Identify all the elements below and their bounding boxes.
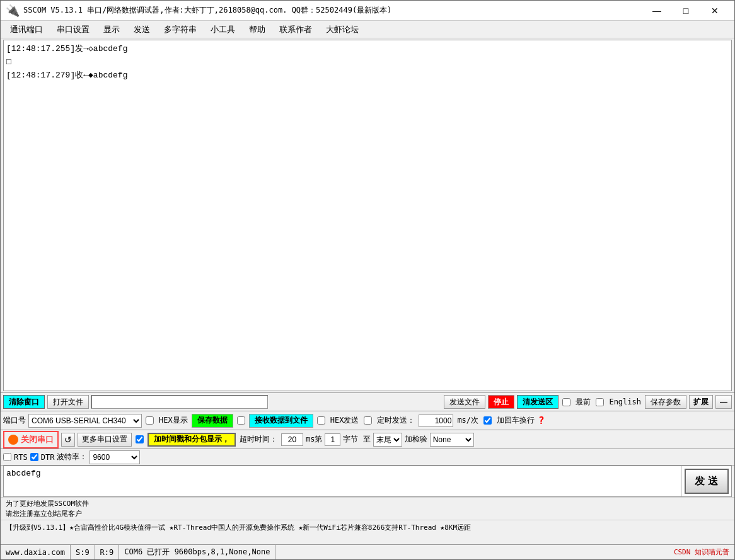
- port-label: 端口号: [3, 415, 26, 426]
- byte-label: 字节 至: [343, 434, 370, 445]
- recv-file-button[interactable]: 接收数据到文件: [249, 414, 313, 428]
- close-port-button[interactable]: 关闭串口: [3, 431, 59, 449]
- app-icon: 🔌: [6, 4, 20, 17]
- more-port-settings-button[interactable]: 更多串口设置: [78, 433, 132, 447]
- send-button[interactable]: 发 送: [685, 469, 729, 494]
- status-website: www.daxia.com: [1, 545, 71, 559]
- expand-minus-button[interactable]: —: [715, 395, 732, 409]
- timeout-label: 超时时间：: [240, 434, 277, 445]
- checksum-select[interactable]: None: [430, 433, 474, 447]
- english-label: English: [609, 397, 641, 406]
- s-value: 9: [84, 548, 89, 557]
- menu-forum[interactable]: 大虾论坛: [319, 21, 366, 38]
- hex-display-checkbox[interactable]: [146, 416, 154, 425]
- add-crlf-checkbox[interactable]: [483, 416, 492, 425]
- port-select[interactable]: COM6 USB-SERIAL CH340: [28, 414, 142, 428]
- warning-icon: ?: [538, 414, 545, 426]
- menu-communications[interactable]: 通讯端口: [3, 21, 50, 38]
- menu-help[interactable]: 帮助: [242, 21, 272, 38]
- maximize-button[interactable]: □: [671, 1, 700, 20]
- send-input[interactable]: abcdefg: [4, 466, 681, 496]
- add-crlf-label: 加回车换行: [497, 415, 535, 426]
- clear-window-button[interactable]: 清除窗口: [3, 395, 45, 409]
- menu-display[interactable]: 显示: [96, 21, 127, 38]
- checksum-label: 加检验: [405, 434, 427, 445]
- clear-send-area-button[interactable]: 清发送区: [517, 395, 558, 409]
- send-area: abcdefg 发 送: [3, 466, 732, 497]
- app-window: 🔌 SSCOM V5.13.1 串口/网络数据调试器,作者:大虾丁丁,26180…: [0, 0, 735, 560]
- send-file-button[interactable]: 发送文件: [444, 395, 485, 409]
- status-port-info: COM6 已打开 9600bps,8,1,None,None: [119, 545, 275, 559]
- website-label: www.daxia.com: [6, 548, 65, 557]
- hex-send-label: HEX发送: [330, 415, 359, 426]
- toolbar-row4: RTS DTR 波特率： 9600: [1, 449, 734, 466]
- hex-send-checkbox[interactable]: [317, 416, 325, 425]
- status-r: R: 9: [95, 545, 120, 559]
- open-file-button[interactable]: 打开文件: [47, 395, 89, 409]
- send-button-area: 发 送: [681, 466, 731, 496]
- dtr-checkbox[interactable]: [30, 453, 38, 461]
- title-text: SSCOM V5.13.1 串口/网络数据调试器,作者:大虾丁丁,2618058…: [23, 5, 642, 16]
- hex-display-label: HEX显示: [159, 415, 188, 426]
- dtr-label: DTR: [41, 453, 55, 462]
- timestamp-button[interactable]: 加时间戳和分包显示，: [148, 433, 236, 447]
- status-bar: www.daxia.com S: 9 R: 9 COM6 已打开 9600bps…: [1, 544, 734, 559]
- menu-contact[interactable]: 联系作者: [272, 21, 319, 38]
- toolbar-row2: 端口号 COM6 USB-SERIAL CH340 HEX显示 保存数据 接收数…: [1, 411, 734, 430]
- english-checkbox[interactable]: [596, 398, 604, 406]
- s-label: S:: [76, 548, 84, 557]
- byte-num-input[interactable]: [325, 433, 340, 446]
- timed-send-label: 定时发送：: [377, 415, 415, 426]
- csdn-logo: CSDN 知识喵元普: [674, 547, 734, 557]
- promo-text: 为了更好地发展SSCOM软件 请您注册嘉立创结尾客户: [6, 499, 89, 518]
- menu-serial-settings[interactable]: 串口设置: [50, 21, 96, 38]
- menu-bar: 通讯端口 串口设置 显示 发送 多字符串 小工具 帮助 联系作者 大虾论坛: [1, 21, 734, 38]
- ticker-text: 【升级到V5.13.1】★合宙高性价比4G模块值得一试 ★RT-Thread中国…: [6, 523, 471, 532]
- port-info-text: COM6 已打开 9600bps,8,1,None,None: [124, 547, 270, 557]
- save-data-button[interactable]: 保存数据: [192, 414, 233, 428]
- promo-area: 为了更好地发展SSCOM软件 请您注册嘉立创结尾客户: [1, 497, 734, 520]
- menu-multi-string[interactable]: 多字符串: [157, 21, 204, 38]
- r-value: 9: [109, 548, 113, 557]
- last-label: 最前: [576, 397, 591, 408]
- baud-rate-label: 波特率：: [57, 452, 87, 462]
- last-checkbox[interactable]: [562, 398, 570, 406]
- rts-checkbox[interactable]: [3, 453, 11, 461]
- r-label: R:: [100, 548, 109, 557]
- save-params-button[interactable]: 保存参数: [645, 395, 686, 409]
- log-line-empty: □: [6, 56, 729, 69]
- open-file-input[interactable]: [91, 395, 268, 409]
- timed-send-ms-input[interactable]: [419, 414, 453, 427]
- main-log-area[interactable]: [12:48:17.255]发→◇abcdefg □ [12:48:17.279…: [3, 40, 732, 391]
- menu-tools[interactable]: 小工具: [204, 21, 242, 38]
- tail-select[interactable]: 末尾: [373, 433, 402, 447]
- window-controls: — □ ✕: [642, 1, 729, 20]
- recv-file-checkbox[interactable]: [237, 416, 245, 425]
- status-s: S: 9: [71, 545, 95, 559]
- refresh-port-button[interactable]: ↺: [61, 433, 75, 447]
- port-status-icon: [8, 435, 18, 445]
- ms-unit-label: ms/次: [457, 415, 478, 426]
- ticker-area: 【升级到V5.13.1】★合宙高性价比4G模块值得一试 ★RT-Thread中国…: [1, 520, 734, 535]
- csdn-text: CSDN 知识喵元普: [674, 548, 729, 556]
- log-line-send: [12:48:17.255]发→◇abcdefg: [6, 43, 729, 56]
- close-port-label: 关闭串口: [21, 434, 54, 445]
- close-button[interactable]: ✕: [700, 1, 729, 20]
- ms-label: ms第: [306, 434, 322, 445]
- expand-button[interactable]: 扩展: [689, 395, 713, 409]
- minimize-button[interactable]: —: [642, 1, 671, 20]
- rts-label: RTS: [14, 453, 28, 462]
- menu-send[interactable]: 发送: [127, 21, 157, 38]
- baud-rate-select[interactable]: 9600: [90, 450, 140, 464]
- log-line-recv: [12:48:17.279]收←◆abcdefg: [6, 69, 729, 83]
- timestamp-checkbox[interactable]: [136, 435, 144, 443]
- timed-send-checkbox[interactable]: [364, 416, 372, 425]
- stop-button[interactable]: 停止: [488, 395, 514, 409]
- title-bar: 🔌 SSCOM V5.13.1 串口/网络数据调试器,作者:大虾丁丁,26180…: [1, 1, 734, 21]
- timeout-input[interactable]: [281, 433, 303, 446]
- toolbar-row3: 关闭串口 ↺ 更多串口设置 加时间戳和分包显示， 超时时间： ms第 字节 至 …: [1, 430, 734, 449]
- toolbar-row1: 清除窗口 打开文件 发送文件 停止 清发送区 最前 English 保存参数 扩…: [1, 392, 734, 411]
